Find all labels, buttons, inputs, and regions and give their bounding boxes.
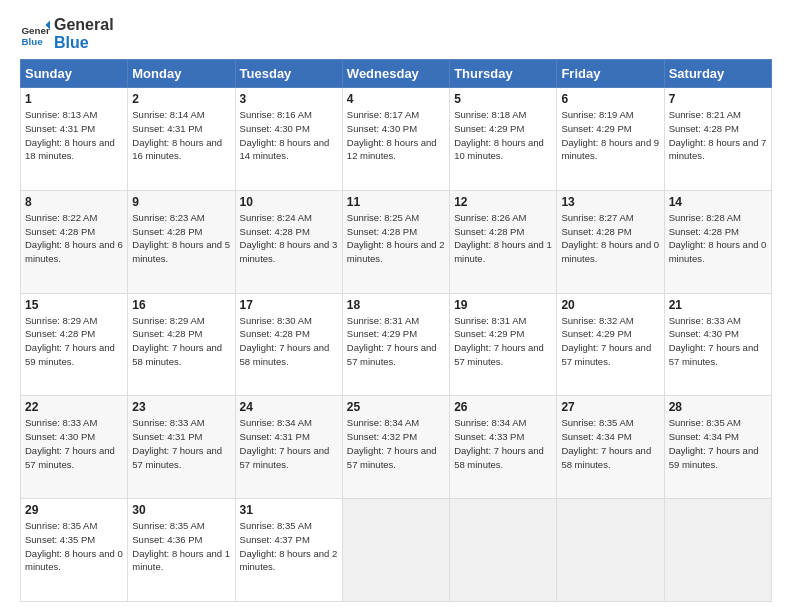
calendar-cell-1-4: 12Sunrise: 8:26 AMSunset: 4:28 PMDayligh… xyxy=(450,190,557,293)
day-info: Sunrise: 8:23 AMSunset: 4:28 PMDaylight:… xyxy=(132,211,230,266)
day-number: 1 xyxy=(25,92,123,106)
day-info: Sunrise: 8:19 AMSunset: 4:29 PMDaylight:… xyxy=(561,108,659,163)
calendar-cell-0-4: 5Sunrise: 8:18 AMSunset: 4:29 PMDaylight… xyxy=(450,88,557,191)
day-info: Sunrise: 8:33 AMSunset: 4:30 PMDaylight:… xyxy=(669,314,767,369)
day-number: 14 xyxy=(669,195,767,209)
day-info: Sunrise: 8:35 AMSunset: 4:35 PMDaylight:… xyxy=(25,519,123,574)
day-number: 12 xyxy=(454,195,552,209)
day-info: Sunrise: 8:33 AMSunset: 4:30 PMDaylight:… xyxy=(25,416,123,471)
day-info: Sunrise: 8:14 AMSunset: 4:31 PMDaylight:… xyxy=(132,108,230,163)
day-info: Sunrise: 8:34 AMSunset: 4:32 PMDaylight:… xyxy=(347,416,445,471)
calendar-cell-3-1: 23Sunrise: 8:33 AMSunset: 4:31 PMDayligh… xyxy=(128,396,235,499)
calendar-cell-3-6: 28Sunrise: 8:35 AMSunset: 4:34 PMDayligh… xyxy=(664,396,771,499)
calendar-cell-0-3: 4Sunrise: 8:17 AMSunset: 4:30 PMDaylight… xyxy=(342,88,449,191)
calendar-cell-2-6: 21Sunrise: 8:33 AMSunset: 4:30 PMDayligh… xyxy=(664,293,771,396)
day-number: 6 xyxy=(561,92,659,106)
calendar-cell-2-2: 17Sunrise: 8:30 AMSunset: 4:28 PMDayligh… xyxy=(235,293,342,396)
day-number: 30 xyxy=(132,503,230,517)
calendar-cell-2-5: 20Sunrise: 8:32 AMSunset: 4:29 PMDayligh… xyxy=(557,293,664,396)
calendar-header-friday: Friday xyxy=(557,60,664,88)
calendar-cell-2-0: 15Sunrise: 8:29 AMSunset: 4:28 PMDayligh… xyxy=(21,293,128,396)
calendar-cell-1-3: 11Sunrise: 8:25 AMSunset: 4:28 PMDayligh… xyxy=(342,190,449,293)
day-number: 27 xyxy=(561,400,659,414)
day-number: 17 xyxy=(240,298,338,312)
calendar-cell-0-6: 7Sunrise: 8:21 AMSunset: 4:28 PMDaylight… xyxy=(664,88,771,191)
calendar-cell-3-2: 24Sunrise: 8:34 AMSunset: 4:31 PMDayligh… xyxy=(235,396,342,499)
calendar-cell-4-0: 29Sunrise: 8:35 AMSunset: 4:35 PMDayligh… xyxy=(21,499,128,602)
day-info: Sunrise: 8:35 AMSunset: 4:34 PMDaylight:… xyxy=(669,416,767,471)
day-number: 29 xyxy=(25,503,123,517)
day-info: Sunrise: 8:31 AMSunset: 4:29 PMDaylight:… xyxy=(454,314,552,369)
logo-icon: General Blue xyxy=(20,19,50,49)
calendar-table: SundayMondayTuesdayWednesdayThursdayFrid… xyxy=(20,59,772,602)
day-number: 21 xyxy=(669,298,767,312)
day-info: Sunrise: 8:18 AMSunset: 4:29 PMDaylight:… xyxy=(454,108,552,163)
day-number: 11 xyxy=(347,195,445,209)
calendar-cell-1-5: 13Sunrise: 8:27 AMSunset: 4:28 PMDayligh… xyxy=(557,190,664,293)
calendar-cell-0-0: 1Sunrise: 8:13 AMSunset: 4:31 PMDaylight… xyxy=(21,88,128,191)
day-info: Sunrise: 8:26 AMSunset: 4:28 PMDaylight:… xyxy=(454,211,552,266)
logo: General Blue General Blue xyxy=(20,16,114,51)
calendar-cell-4-5 xyxy=(557,499,664,602)
day-number: 15 xyxy=(25,298,123,312)
calendar-cell-3-3: 25Sunrise: 8:34 AMSunset: 4:32 PMDayligh… xyxy=(342,396,449,499)
day-info: Sunrise: 8:35 AMSunset: 4:37 PMDaylight:… xyxy=(240,519,338,574)
calendar-week-3: 22Sunrise: 8:33 AMSunset: 4:30 PMDayligh… xyxy=(21,396,772,499)
logo-general: General xyxy=(54,16,114,34)
day-number: 8 xyxy=(25,195,123,209)
day-number: 20 xyxy=(561,298,659,312)
day-number: 25 xyxy=(347,400,445,414)
calendar-cell-3-0: 22Sunrise: 8:33 AMSunset: 4:30 PMDayligh… xyxy=(21,396,128,499)
calendar-week-0: 1Sunrise: 8:13 AMSunset: 4:31 PMDaylight… xyxy=(21,88,772,191)
svg-text:General: General xyxy=(22,25,51,36)
svg-text:Blue: Blue xyxy=(22,35,44,46)
calendar-cell-4-2: 31Sunrise: 8:35 AMSunset: 4:37 PMDayligh… xyxy=(235,499,342,602)
day-number: 5 xyxy=(454,92,552,106)
day-info: Sunrise: 8:16 AMSunset: 4:30 PMDaylight:… xyxy=(240,108,338,163)
calendar-week-2: 15Sunrise: 8:29 AMSunset: 4:28 PMDayligh… xyxy=(21,293,772,396)
calendar-header-saturday: Saturday xyxy=(664,60,771,88)
day-number: 2 xyxy=(132,92,230,106)
day-info: Sunrise: 8:13 AMSunset: 4:31 PMDaylight:… xyxy=(25,108,123,163)
calendar-week-1: 8Sunrise: 8:22 AMSunset: 4:28 PMDaylight… xyxy=(21,190,772,293)
calendar-cell-0-5: 6Sunrise: 8:19 AMSunset: 4:29 PMDaylight… xyxy=(557,88,664,191)
day-info: Sunrise: 8:17 AMSunset: 4:30 PMDaylight:… xyxy=(347,108,445,163)
day-info: Sunrise: 8:34 AMSunset: 4:31 PMDaylight:… xyxy=(240,416,338,471)
calendar-cell-3-5: 27Sunrise: 8:35 AMSunset: 4:34 PMDayligh… xyxy=(557,396,664,499)
calendar-week-4: 29Sunrise: 8:35 AMSunset: 4:35 PMDayligh… xyxy=(21,499,772,602)
day-number: 13 xyxy=(561,195,659,209)
calendar-header-row: SundayMondayTuesdayWednesdayThursdayFrid… xyxy=(21,60,772,88)
day-number: 7 xyxy=(669,92,767,106)
calendar-cell-0-2: 3Sunrise: 8:16 AMSunset: 4:30 PMDaylight… xyxy=(235,88,342,191)
day-number: 24 xyxy=(240,400,338,414)
calendar-cell-2-1: 16Sunrise: 8:29 AMSunset: 4:28 PMDayligh… xyxy=(128,293,235,396)
day-info: Sunrise: 8:24 AMSunset: 4:28 PMDaylight:… xyxy=(240,211,338,266)
day-info: Sunrise: 8:33 AMSunset: 4:31 PMDaylight:… xyxy=(132,416,230,471)
day-number: 28 xyxy=(669,400,767,414)
calendar-cell-4-6 xyxy=(664,499,771,602)
day-number: 26 xyxy=(454,400,552,414)
calendar-cell-1-1: 9Sunrise: 8:23 AMSunset: 4:28 PMDaylight… xyxy=(128,190,235,293)
calendar-cell-1-0: 8Sunrise: 8:22 AMSunset: 4:28 PMDaylight… xyxy=(21,190,128,293)
day-number: 19 xyxy=(454,298,552,312)
calendar-cell-4-1: 30Sunrise: 8:35 AMSunset: 4:36 PMDayligh… xyxy=(128,499,235,602)
calendar-cell-3-4: 26Sunrise: 8:34 AMSunset: 4:33 PMDayligh… xyxy=(450,396,557,499)
page: General Blue General Blue SundayMondayTu… xyxy=(0,0,792,612)
day-number: 31 xyxy=(240,503,338,517)
day-info: Sunrise: 8:32 AMSunset: 4:29 PMDaylight:… xyxy=(561,314,659,369)
calendar-cell-1-2: 10Sunrise: 8:24 AMSunset: 4:28 PMDayligh… xyxy=(235,190,342,293)
day-info: Sunrise: 8:21 AMSunset: 4:28 PMDaylight:… xyxy=(669,108,767,163)
calendar-cell-2-4: 19Sunrise: 8:31 AMSunset: 4:29 PMDayligh… xyxy=(450,293,557,396)
day-info: Sunrise: 8:25 AMSunset: 4:28 PMDaylight:… xyxy=(347,211,445,266)
day-info: Sunrise: 8:35 AMSunset: 4:34 PMDaylight:… xyxy=(561,416,659,471)
day-number: 22 xyxy=(25,400,123,414)
header: General Blue General Blue xyxy=(20,16,772,51)
day-info: Sunrise: 8:22 AMSunset: 4:28 PMDaylight:… xyxy=(25,211,123,266)
logo-blue: Blue xyxy=(54,34,114,52)
day-number: 18 xyxy=(347,298,445,312)
day-number: 16 xyxy=(132,298,230,312)
calendar-cell-2-3: 18Sunrise: 8:31 AMSunset: 4:29 PMDayligh… xyxy=(342,293,449,396)
day-number: 23 xyxy=(132,400,230,414)
calendar-cell-0-1: 2Sunrise: 8:14 AMSunset: 4:31 PMDaylight… xyxy=(128,88,235,191)
day-number: 9 xyxy=(132,195,230,209)
